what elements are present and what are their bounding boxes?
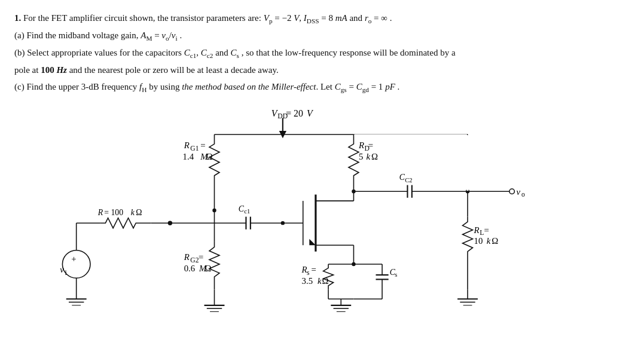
rg1-bot-junction bbox=[212, 209, 216, 212]
svg-text:=: = bbox=[368, 140, 373, 150]
svg-text:k: k bbox=[131, 208, 135, 217]
svg-text:Ω: Ω bbox=[136, 208, 142, 217]
svg-text:=: = bbox=[199, 252, 203, 262]
svg-text:=: = bbox=[484, 225, 489, 235]
svg-text:s: s bbox=[395, 271, 397, 278]
svg-text:= 100: = 100 bbox=[104, 208, 123, 217]
svg-text:k: k bbox=[487, 236, 491, 246]
cc1-label: C bbox=[239, 204, 245, 213]
r-resistor bbox=[100, 218, 151, 228]
rl-label: R bbox=[474, 225, 480, 235]
problem-text: 1. For the FET amplifier circuit shown, … bbox=[14, 11, 630, 96]
drain-junction bbox=[352, 189, 355, 193]
rd-resistor bbox=[349, 134, 359, 191]
part-c-label: (c) Find the upper 3-dB frequency bbox=[14, 82, 139, 91]
rg1-label: R bbox=[184, 140, 190, 150]
svg-text:i: i bbox=[65, 269, 68, 277]
svg-text:=: = bbox=[312, 265, 316, 274]
fet-arrow bbox=[309, 239, 316, 246]
svg-text:k: k bbox=[318, 276, 322, 286]
part-a-am: A bbox=[141, 30, 146, 40]
svg-text:Ω: Ω bbox=[205, 264, 212, 273]
vi-label: v bbox=[60, 265, 64, 274]
svg-text:3.5: 3.5 bbox=[302, 276, 313, 286]
svg-text:Ω: Ω bbox=[371, 152, 378, 161]
part-b-cont: pole at bbox=[14, 65, 41, 75]
rl-resistor bbox=[463, 217, 473, 290]
svg-text:0.6: 0.6 bbox=[184, 264, 196, 273]
cc2-label: C bbox=[399, 173, 405, 182]
rd-label: R bbox=[358, 140, 364, 150]
svg-text:10: 10 bbox=[474, 236, 483, 246]
circuit-diagram: V DD = 20 V R G1 = 1.4 M Ω R D = 5 k Ω bbox=[14, 103, 630, 318]
svg-text:V: V bbox=[307, 108, 314, 118]
problem-number: 1. bbox=[14, 13, 21, 23]
circuit-svg: V DD = 20 V R G1 = 1.4 M Ω R D = 5 k Ω bbox=[14, 103, 630, 318]
svg-text:Ω: Ω bbox=[492, 236, 498, 246]
rg2-label: R bbox=[184, 252, 190, 262]
svg-text:C2: C2 bbox=[405, 177, 412, 183]
svg-text:Ω: Ω bbox=[322, 276, 329, 286]
rg1-resistor bbox=[209, 134, 219, 210]
svg-text:k: k bbox=[367, 152, 371, 161]
svg-text:= 20: = 20 bbox=[286, 108, 303, 118]
svg-text:5: 5 bbox=[359, 152, 363, 161]
svg-text:=: = bbox=[200, 140, 205, 150]
r-label: R bbox=[97, 208, 103, 217]
svg-text:o: o bbox=[521, 191, 525, 198]
part-a-label: (a) Find the midband voltage gain, bbox=[14, 30, 141, 40]
intro-text: For the FET amplifier circuit shown, the… bbox=[23, 13, 264, 23]
part-b-label: (b) Select appropriate values for the ca… bbox=[14, 48, 184, 57]
svg-text:1.4: 1.4 bbox=[183, 152, 194, 161]
output-node bbox=[509, 189, 514, 194]
vo-label: v bbox=[517, 187, 521, 197]
gate-junction bbox=[281, 221, 285, 225]
param-vp: V bbox=[264, 13, 269, 23]
svg-text:c1: c1 bbox=[244, 208, 250, 215]
vi-plus: + bbox=[71, 254, 76, 264]
